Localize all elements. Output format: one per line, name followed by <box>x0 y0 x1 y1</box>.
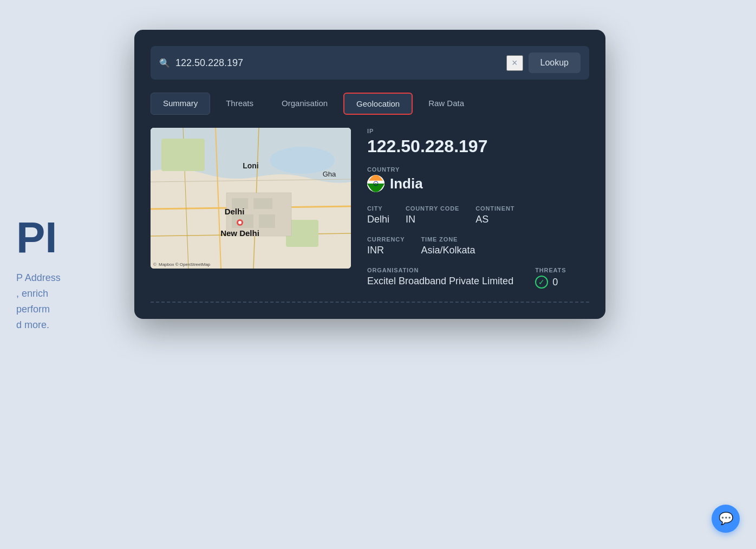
country-label: COUNTRY <box>367 166 589 173</box>
svg-point-27 <box>375 183 376 184</box>
city-item: CITY Delhi <box>367 205 389 225</box>
search-icon: 🔍 <box>159 58 170 68</box>
continent-value: AS <box>475 214 514 225</box>
svg-rect-8 <box>161 139 205 171</box>
bg-title: PI <box>16 216 141 259</box>
tab-geolocation[interactable]: Geolocation <box>343 93 413 115</box>
organisation-section: ORGANISATION Excitel Broadband Private L… <box>367 267 513 287</box>
timezone-value: Asia/Kolkata <box>421 245 475 256</box>
currency-item: CURRENCY INR <box>367 236 405 256</box>
content-area: Loni Gha Delhi New Delhi © Mapbox © Open… <box>151 128 589 289</box>
threats-count: 0 <box>552 277 558 288</box>
country-code-value: IN <box>406 214 459 225</box>
svg-point-20 <box>238 221 242 224</box>
org-threats-row: ORGANISATION Excitel Broadband Private L… <box>367 267 589 289</box>
currency-value: INR <box>367 245 405 256</box>
svg-text:Loni: Loni <box>243 161 259 170</box>
info-panel: IP 122.50.228.197 COUNTRY <box>367 128 589 289</box>
svg-text:Mapbox © OpenStreetMap: Mapbox © OpenStreetMap <box>159 262 211 267</box>
organisation-value: Excitel Broadband Private Limited <box>367 276 513 287</box>
lookup-button[interactable]: Lookup <box>529 53 581 73</box>
city-label: CITY <box>367 205 389 212</box>
city-row: CITY Delhi COUNTRY CODE IN CONTINENT AS <box>367 205 589 225</box>
svg-text:©: © <box>153 262 157 267</box>
threats-section: THREATS ✓ 0 <box>535 267 566 289</box>
svg-text:New Delhi: New Delhi <box>220 228 259 238</box>
country-name: India <box>390 175 423 192</box>
background-left: PI P Address , enrich perform d more. <box>0 0 152 549</box>
map-container: Loni Gha Delhi New Delhi © Mapbox © Open… <box>151 128 351 269</box>
main-panel: 🔍 × Lookup Summary Threats Organisation … <box>134 30 605 319</box>
country-row: India <box>367 175 589 192</box>
ip-label: IP <box>367 128 589 134</box>
country-code-label: COUNTRY CODE <box>406 205 459 212</box>
ip-value: 122.50.228.197 <box>367 136 589 156</box>
svg-text:Delhi: Delhi <box>225 207 245 216</box>
tabs-container: Summary Threats Organisation Geolocation… <box>151 93 589 115</box>
timezone-item: TIME ZONE Asia/Kolkata <box>421 236 475 256</box>
continent-item: CONTINENT AS <box>475 205 514 225</box>
bg-subtitle: P Address , enrich perform d more. <box>16 270 141 332</box>
chat-icon: 💬 <box>719 512 733 526</box>
tab-summary[interactable]: Summary <box>151 93 210 115</box>
timezone-label: TIME ZONE <box>421 236 475 243</box>
chat-button[interactable]: 💬 <box>712 505 740 533</box>
currency-label: CURRENCY <box>367 236 405 243</box>
tab-threats[interactable]: Threats <box>213 93 266 115</box>
threats-label: THREATS <box>535 267 566 273</box>
country-code-item: COUNTRY CODE IN <box>406 205 459 225</box>
svg-text:Gha: Gha <box>323 170 336 178</box>
tab-organisation[interactable]: Organisation <box>269 93 340 115</box>
currency-row: CURRENCY INR TIME ZONE Asia/Kolkata <box>367 236 589 256</box>
check-circle-icon: ✓ <box>535 276 548 289</box>
continent-label: CONTINENT <box>475 205 514 212</box>
svg-rect-12 <box>253 198 272 209</box>
divider <box>151 302 589 303</box>
search-bar: 🔍 × Lookup <box>151 46 589 80</box>
organisation-label: ORGANISATION <box>367 267 513 273</box>
tab-rawdata[interactable]: Raw Data <box>416 93 477 115</box>
svg-rect-14 <box>259 214 275 228</box>
india-flag <box>367 175 384 192</box>
threats-row: ✓ 0 <box>535 276 566 289</box>
clear-button[interactable]: × <box>506 55 523 71</box>
city-value: Delhi <box>367 214 389 225</box>
search-input[interactable] <box>175 57 501 69</box>
